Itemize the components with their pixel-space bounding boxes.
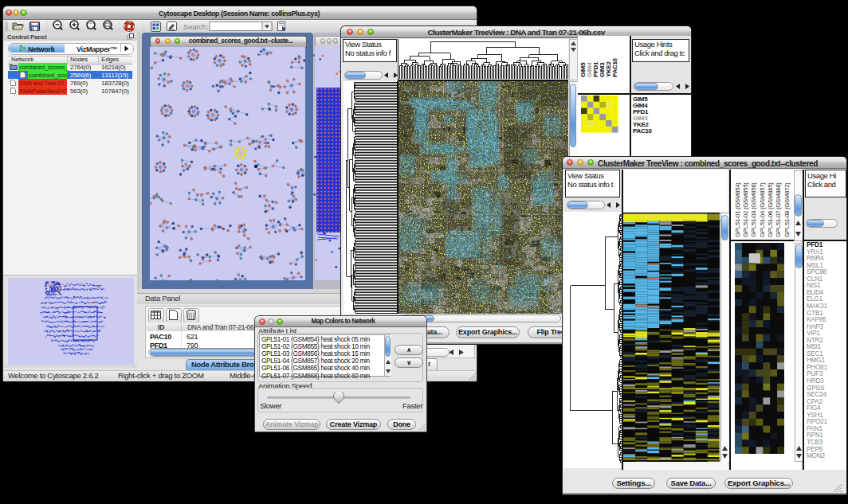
svg-text:GPL51-07 (GSM868): GPL51-07 (GSM868) bbox=[775, 182, 782, 237]
svg-text:PAC10: PAC10 bbox=[611, 57, 618, 77]
svg-text:Search:: Search: bbox=[183, 22, 208, 31]
svg-text:GPL51-03 (GSM856): GPL51-03 (GSM856) bbox=[750, 182, 757, 237]
svg-text:GPL51-08 (GSM872): GPL51-08 (GSM872) bbox=[783, 182, 791, 237]
svg-text:GPL51-04 (GSM857): GPL51-04 (GSM857) bbox=[759, 182, 766, 237]
svg-text:GPL51-06 (GSM865): GPL51-06 (GSM865) bbox=[767, 182, 774, 237]
svg-text:GPL51-01 (GSM854): GPL51-01 (GSM854) bbox=[734, 182, 741, 237]
svg-text:GPL51-02 (GSM855): GPL51-02 (GSM855) bbox=[742, 182, 749, 237]
